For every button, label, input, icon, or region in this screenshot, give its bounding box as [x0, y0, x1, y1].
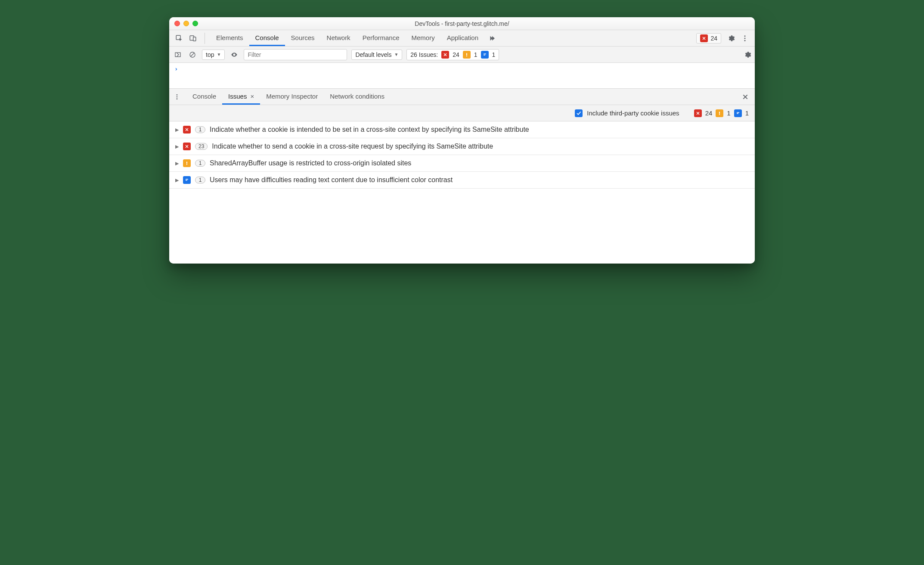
context-selector[interactable]: top ▼: [202, 50, 225, 60]
filter-input[interactable]: [244, 49, 347, 60]
svg-rect-8: [466, 53, 467, 55]
info-badge-icon: [481, 51, 489, 59]
context-label: top: [206, 51, 214, 58]
include-third-party-label: Include third-party cookie issues: [587, 109, 679, 117]
expand-icon: ▶: [175, 161, 179, 166]
issue-count: 1: [195, 177, 205, 183]
issue-title: Indicate whether a cookie is intended to…: [210, 126, 529, 133]
error-count: 24: [710, 35, 717, 42]
issue-row[interactable]: ▶1SharedArrayBuffer usage is restricted …: [169, 155, 755, 172]
issue-count: 1: [195, 160, 205, 167]
info-badge-icon: [734, 109, 742, 117]
traffic-lights: [169, 21, 198, 26]
svg-rect-22: [186, 180, 187, 181]
error-badge-icon: [183, 143, 191, 150]
log-levels-selector[interactable]: Default levels ▼: [351, 50, 402, 60]
toggle-device-icon[interactable]: [189, 34, 197, 42]
error-badge-icon: [700, 34, 708, 42]
svg-rect-16: [719, 114, 720, 115]
svg-point-4: [744, 37, 746, 39]
error-count: 24: [453, 51, 459, 58]
info-badge-icon: [183, 176, 191, 184]
drawer-tabs: ConsoleIssues×Memory InspectorNetwork co…: [169, 89, 755, 105]
svg-rect-18: [737, 113, 738, 114]
tab-elements[interactable]: Elements: [210, 30, 249, 46]
separator: [205, 33, 205, 44]
tab-network[interactable]: Network: [321, 30, 357, 46]
drawer-tab-issues[interactable]: Issues×: [222, 89, 260, 105]
drawer-more-icon[interactable]: [172, 92, 182, 102]
chevron-down-icon: ▼: [394, 52, 398, 57]
issue-row[interactable]: ▶1Indicate whether a cookie is intended …: [169, 121, 755, 138]
drawer-tab-console[interactable]: Console: [186, 89, 222, 105]
close-tab-icon[interactable]: ×: [250, 93, 254, 100]
error-count-chip[interactable]: 24: [696, 33, 721, 43]
error-count: 24: [705, 109, 713, 117]
issue-title: SharedArrayBuffer usage is restricted to…: [210, 159, 411, 167]
warning-count: 1: [474, 51, 478, 58]
console-settings-icon[interactable]: [744, 51, 751, 59]
tab-performance[interactable]: Performance: [357, 30, 406, 46]
console-body[interactable]: ›: [169, 63, 755, 89]
svg-rect-19: [186, 162, 187, 164]
more-icon[interactable]: [741, 34, 749, 42]
issue-count: 23: [195, 143, 208, 150]
svg-rect-15: [719, 112, 720, 114]
svg-rect-10: [484, 53, 486, 54]
devtools-window: DevTools - first-party-test.glitch.me/ E…: [169, 17, 755, 264]
zoom-window-button[interactable]: [192, 21, 198, 26]
issues-summary[interactable]: 26 Issues: 24 1 1: [406, 49, 499, 60]
tab-application[interactable]: Application: [441, 30, 484, 46]
close-drawer-icon[interactable]: [738, 93, 752, 100]
warning-badge-icon: [183, 159, 191, 167]
issue-count: 1: [195, 126, 205, 133]
svg-point-12: [177, 94, 178, 96]
settings-icon[interactable]: [727, 34, 735, 42]
error-badge-icon: [441, 51, 449, 59]
error-badge-icon: [183, 126, 191, 133]
svg-point-3: [744, 35, 746, 37]
tabs-overflow-icon[interactable]: [485, 34, 502, 42]
svg-rect-21: [186, 179, 188, 180]
expand-icon: ▶: [175, 177, 179, 183]
svg-rect-9: [466, 56, 467, 56]
issue-title: Indicate whether to send a cookie in a c…: [212, 143, 493, 150]
tab-sources[interactable]: Sources: [285, 30, 321, 46]
include-third-party-checkbox[interactable]: [575, 109, 583, 117]
close-window-button[interactable]: [174, 21, 180, 26]
console-prompt-icon: ›: [174, 65, 178, 72]
issues-toolbar: Include third-party cookie issues 24 1 1: [169, 105, 755, 121]
tab-console[interactable]: Console: [249, 30, 285, 46]
issues-counts: 24 1 1: [694, 109, 749, 117]
info-count: 1: [492, 51, 496, 58]
error-badge-icon: [694, 109, 702, 117]
svg-rect-20: [186, 164, 187, 165]
issue-row[interactable]: ▶23Indicate whether to send a cookie in …: [169, 138, 755, 155]
svg-rect-17: [737, 112, 739, 113]
warning-badge-icon: [463, 51, 471, 59]
svg-point-13: [177, 96, 178, 97]
svg-point-5: [744, 40, 746, 41]
minimize-window-button[interactable]: [183, 21, 189, 26]
clear-console-icon[interactable]: [187, 50, 198, 60]
issue-row[interactable]: ▶1Users may have difficulties reading te…: [169, 172, 755, 189]
console-toolbar: top ▼ Default levels ▼ 26 Issues: 24 1 1: [169, 47, 755, 63]
warning-count: 1: [727, 109, 730, 117]
drawer-tab-network-conditions[interactable]: Network conditions: [324, 89, 391, 105]
toggle-sidebar-icon[interactable]: [173, 50, 183, 60]
issues-list: ▶1Indicate whether a cookie is intended …: [169, 121, 755, 264]
svg-rect-2: [193, 37, 196, 41]
warning-badge-icon: [716, 109, 723, 117]
svg-point-14: [177, 98, 178, 99]
expand-icon: ▶: [175, 127, 179, 133]
chevron-down-icon: ▼: [217, 52, 221, 57]
inspect-element-icon[interactable]: [175, 34, 183, 42]
issues-label: 26 Issues:: [410, 51, 438, 58]
live-expression-icon[interactable]: [229, 50, 239, 60]
info-count: 1: [745, 109, 749, 117]
expand-icon: ▶: [175, 144, 179, 149]
window-title: DevTools - first-party-test.glitch.me/: [169, 20, 755, 27]
drawer-tab-memory-inspector[interactable]: Memory Inspector: [260, 89, 324, 105]
titlebar: DevTools - first-party-test.glitch.me/: [169, 17, 755, 30]
tab-memory[interactable]: Memory: [406, 30, 441, 46]
